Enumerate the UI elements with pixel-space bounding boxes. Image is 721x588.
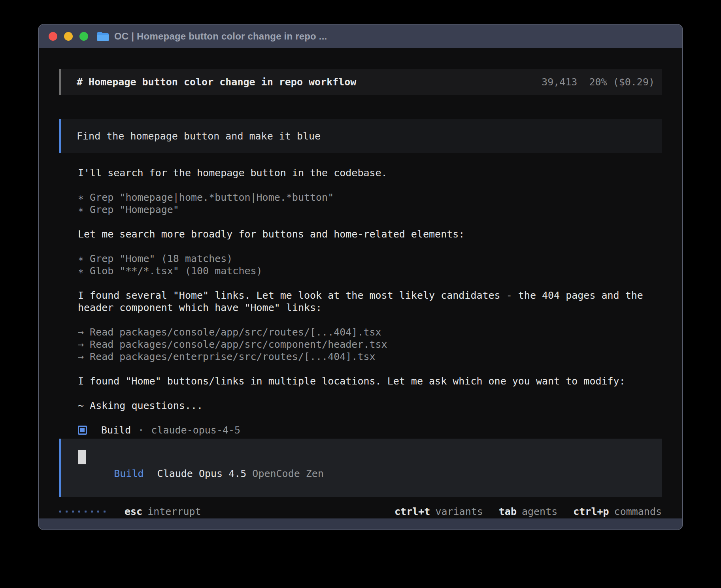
token-count: 39,413 (542, 76, 577, 88)
status-separator: · (138, 424, 144, 436)
transcript-line (78, 314, 671, 326)
spinner-dot (104, 511, 106, 513)
spinner-dot (59, 511, 61, 513)
status-bar: esc interrupt ctrl+tvariantstabagentsctr… (59, 503, 662, 519)
titlebar[interactable]: OC | Homepage button color change in rep… (39, 24, 682, 48)
window-bottom-bar (39, 518, 682, 530)
transcript-line: → Read packages/enterprise/src/routes/[.… (78, 351, 671, 363)
user-message: Find the homepage button and make it blu… (59, 119, 662, 153)
mode-badge[interactable]: Build (114, 468, 143, 479)
spinner-dot (97, 511, 99, 513)
esc-hint-label: interrupt (147, 506, 201, 517)
transcript-line: ∗ Grep "Home" (18 matches) (78, 253, 671, 265)
transcript-line (78, 179, 671, 191)
spinner-dot (78, 511, 80, 513)
prompt-input[interactable]: BuildClaude Opus 4.5OpenCode Zen (59, 439, 662, 497)
agent-model-id: claude-opus-4-5 (151, 424, 240, 436)
folder-icon (97, 32, 109, 41)
esc-key-hint[interactable]: esc (125, 506, 142, 517)
spinner-dot (85, 511, 87, 513)
agent-status-row: Build · claude-opus-4-5 (78, 424, 240, 436)
spinner-dot (91, 511, 93, 513)
keybind-hints: ctrl+tvariantstabagentsctrl+pcommands (394, 506, 662, 517)
agent-build-icon (78, 426, 87, 435)
hint-label: commands (614, 506, 662, 517)
transcript-line: ∗ Grep "homepage|home.*button|Home.*butt… (78, 191, 671, 204)
hint-key: tab (499, 506, 517, 517)
transcript-line (78, 277, 671, 289)
transcript-line: I found "Home" buttons/links in multiple… (78, 375, 671, 387)
user-message-text: Find the homepage button and make it blu… (77, 130, 321, 142)
session-header: # Homepage button color change in repo w… (59, 69, 662, 95)
transcript-line: I'll search for the homepage button in t… (78, 167, 671, 179)
status-bar-left: esc interrupt (59, 506, 201, 517)
traffic-lights (49, 32, 88, 41)
transcript-line: header component which have "Home" links… (78, 302, 671, 314)
context-usage-cost: 20% ($0.29) (589, 76, 655, 88)
session-stats: 39,413 20% ($0.29) (542, 76, 655, 88)
spinner-dots (59, 511, 106, 513)
hint-key: ctrl+t (394, 506, 430, 517)
transcript-line: ∗ Glob "**/*.tsx" (100 matches) (78, 265, 671, 277)
transcript-line: I found several "Home" links. Let me loo… (78, 289, 671, 302)
agent-mode-label: Build (101, 424, 131, 436)
keybind-hint-variants[interactable]: ctrl+tvariants (394, 506, 483, 517)
window-title: OC | Homepage button color change in rep… (114, 31, 327, 42)
transcript-line (78, 387, 671, 400)
input-mode-row: BuildClaude Opus 4.5OpenCode Zen (78, 456, 324, 491)
transcript-line: ∗ Grep "Homepage" (78, 204, 671, 216)
transcript-line: → Read packages/console/app/src/componen… (78, 338, 671, 351)
spinner-dot (66, 511, 68, 513)
transcript-line (78, 216, 671, 228)
close-button[interactable] (49, 32, 57, 41)
transcript-line (78, 363, 671, 375)
session-title: # Homepage button color change in repo w… (77, 76, 356, 88)
transcript-line: ~ Asking questions... (78, 400, 671, 412)
hint-label: agents (522, 506, 557, 517)
hint-key: ctrl+p (573, 506, 609, 517)
hint-label: variants (435, 506, 483, 517)
model-name[interactable]: Claude Opus 4.5 (157, 468, 247, 479)
minimize-button[interactable] (64, 32, 73, 41)
spinner-dot (72, 511, 74, 513)
keybind-hint-commands[interactable]: ctrl+pcommands (573, 506, 662, 517)
keybind-hint-agents[interactable]: tabagents (499, 506, 557, 517)
transcript-line: Let me search more broadly for buttons a… (78, 228, 671, 240)
provider-name: OpenCode Zen (252, 468, 324, 479)
zoom-button[interactable] (79, 32, 88, 41)
terminal-window: OC | Homepage button color change in rep… (38, 24, 683, 530)
transcript-line (78, 240, 671, 253)
transcript: I'll search for the homepage button in t… (78, 167, 671, 412)
transcript-line: → Read packages/console/app/src/routes/[… (78, 326, 671, 338)
